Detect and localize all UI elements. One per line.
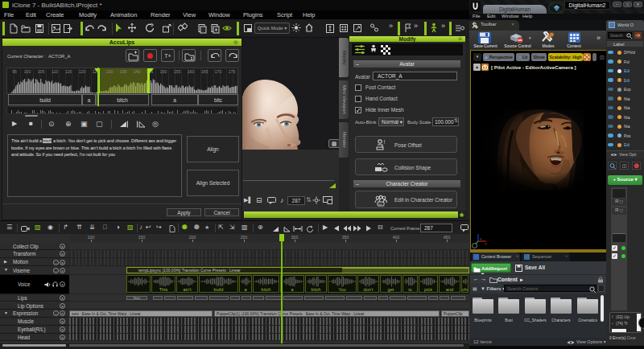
svg-text:!: !: [384, 139, 386, 145]
svg-text:X: X: [485, 242, 487, 245]
svg-text:cc: cc: [378, 202, 382, 206]
svg-text:Y: Y: [480, 237, 482, 241]
